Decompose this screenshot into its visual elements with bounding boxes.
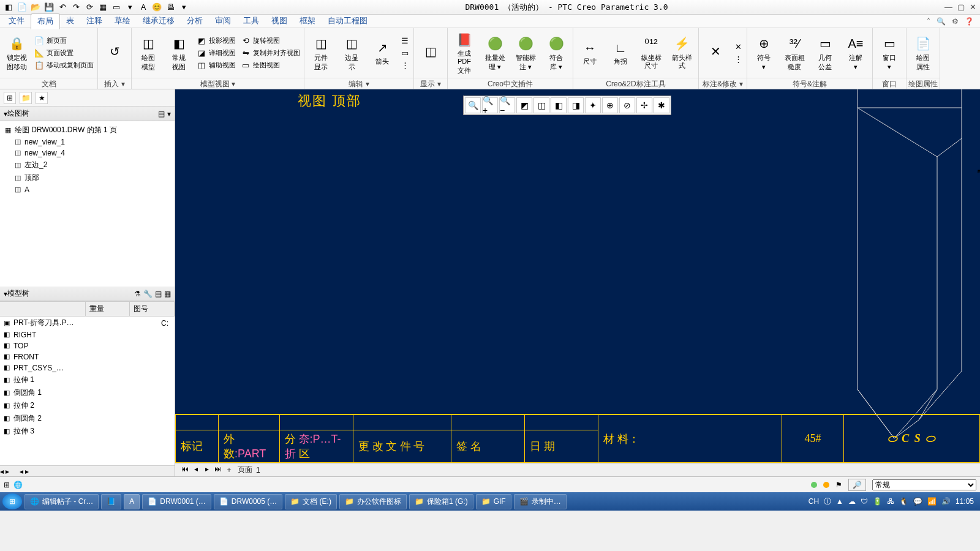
ribbon-几何[interactable]: ▭几何公差 — [811, 34, 839, 72]
tray-icon[interactable]: 🛡 — [861, 497, 868, 506]
new-icon[interactable]: 📄 — [17, 2, 27, 12]
tab-表[interactable]: 表 — [60, 13, 80, 29]
taskbar-item[interactable]: 📄DRW0005 (… — [214, 494, 282, 509]
view-tool[interactable]: ◨ — [568, 97, 584, 113]
ribbon-元件[interactable]: ◫元件显示 — [307, 34, 335, 72]
help-icon[interactable]: ❓ — [965, 17, 974, 26]
col-number[interactable]: 图号 — [130, 302, 175, 316]
tray-icon[interactable]: 🖧 — [887, 497, 894, 506]
ribbon-[interactable]: ⋮ — [732, 54, 744, 65]
col-weight[interactable]: 重量 — [86, 302, 130, 316]
view-tool[interactable]: ✱ — [654, 97, 669, 113]
tab-工具[interactable]: 工具 — [237, 13, 265, 29]
taskbar-item[interactable]: 📁办公软件图标 — [339, 494, 407, 509]
ribbon-新页面[interactable]: 📄新页面 — [33, 36, 95, 47]
ribbon-纵坐标尺寸[interactable]: ⁰¹²纵坐标尺寸 — [637, 34, 665, 72]
print-icon[interactable]: 🖶 — [165, 2, 175, 12]
taskbar-item[interactable]: A — [124, 494, 140, 509]
ribbon-[interactable]: ▭ — [399, 48, 411, 59]
last-page-icon[interactable]: ⏭ — [213, 465, 223, 475]
taskbar-item[interactable]: 🌐编辑帖子 - Cr… — [24, 494, 99, 509]
volume-icon[interactable]: 🔊 — [941, 497, 951, 506]
tab-视图[interactable]: 视图 — [265, 13, 293, 29]
first-page-icon[interactable]: ⏮ — [180, 465, 190, 475]
ribbon-✕[interactable]: ✕ — [701, 42, 729, 64]
ribbon-符号[interactable]: ⊕符号▾ — [750, 34, 778, 72]
ribbon-[interactable]: ☰ — [399, 36, 411, 47]
ribbon-[interactable]: ✕ — [732, 42, 744, 53]
tab-草绘[interactable]: 草绘 — [108, 13, 137, 29]
ribbon-锁定视[interactable]: 🔒锁定视图移动 — [2, 34, 31, 72]
model-tree[interactable]: ▣PRT-折弯刀具.P…C:◧RIGHT◧TOP◧FRONT◧PRT_CSYS_… — [0, 317, 175, 465]
tray-icon[interactable]: ▲ — [836, 497, 843, 506]
view-tool[interactable]: 🔍− — [499, 97, 515, 113]
ribbon-复制并对齐视图[interactable]: ⇋复制并对齐视图 — [239, 48, 301, 59]
tree-item[interactable]: ◫左边_2 — [1, 159, 173, 171]
taskbar-item[interactable]: 📄DRW0001 (… — [142, 494, 211, 509]
settings-icon[interactable]: ⚙ — [952, 17, 959, 26]
h-scrollbar[interactable]: ◂ ▸ ◂ ▸ — [0, 465, 175, 476]
ribbon-[interactable]: ⋮ — [399, 60, 411, 71]
model-item[interactable]: ◧拉伸 2 — [0, 399, 175, 412]
ribbon-边显[interactable]: ◫边显示 — [337, 34, 366, 72]
view-tool[interactable]: ✢ — [636, 97, 652, 113]
add-page-icon[interactable]: ＋ — [224, 465, 234, 475]
view-tool[interactable]: ⊘ — [619, 97, 635, 113]
drawing-viewport[interactable]: 视图 顶部 🔍🔍+🔍−◩◫◧◨✦⊕⊘✢✱ ³²⁄表面粗糙度 创建表面粗糙度符号。 — [175, 89, 980, 463]
ribbon-角拐[interactable]: ∟角拐 — [606, 38, 635, 68]
tab-框架[interactable]: 框架 — [293, 13, 322, 29]
close-icon[interactable]: ✕ — [970, 2, 976, 12]
ime-indicator[interactable]: CH — [809, 497, 819, 506]
ribbon-详细视图[interactable]: ◪详细视图 — [195, 48, 237, 59]
tab-审阅[interactable]: 审阅 — [209, 13, 237, 29]
filter-icon[interactable]: ⚗ — [134, 290, 141, 298]
open-icon[interactable]: 📂 — [31, 2, 40, 12]
settings-tree-icon[interactable]: 🔧 — [143, 290, 153, 298]
model-item[interactable]: ◧PRT_CSYS_… — [0, 362, 175, 373]
tree-item[interactable]: ◫new_view_4 — [1, 148, 173, 159]
model-item[interactable]: ◧倒圆角 2 — [0, 412, 175, 425]
more-icon[interactable]: ▾ — [125, 2, 135, 12]
draw-tree[interactable]: ▦绘图 DRW0001.DRW 的第 1 页◫new_view_1◫new_vi… — [0, 121, 175, 287]
ribbon-表面粗[interactable]: ³²⁄表面粗糙度 — [780, 34, 809, 72]
smiley-icon[interactable]: 😊 — [152, 2, 162, 12]
tree-btn-3[interactable]: ★ — [36, 92, 48, 104]
ribbon-移动或复制页面[interactable]: 📋移动或复制页面 — [33, 60, 95, 71]
tray-icon[interactable]: 🐧 — [899, 497, 908, 506]
text-icon[interactable]: A — [138, 2, 148, 12]
prev-page-icon[interactable]: ◂ — [191, 465, 201, 475]
tray-icon[interactable]: 📶 — [927, 497, 937, 506]
view-tool[interactable]: ✦ — [585, 97, 601, 113]
taskbar-item[interactable]: 📁GIF — [476, 494, 511, 509]
tree-root[interactable]: ▦绘图 DRW0001.DRW 的第 1 页 — [1, 124, 173, 137]
ribbon-绘图[interactable]: 📄绘图属性 — [909, 34, 937, 72]
ribbon-批量处[interactable]: 🟢批量处理 ▾ — [481, 34, 509, 72]
status-icon-1[interactable]: ⊞ — [4, 481, 10, 489]
ribbon-尺寸[interactable]: ↔尺寸 — [576, 38, 604, 68]
tray-icon[interactable]: 💬 — [913, 497, 922, 506]
redo-icon[interactable]: ↷ — [71, 2, 81, 12]
model-item[interactable]: ◧倒圆角 1 — [0, 386, 175, 399]
save-icon[interactable]: 💾 — [44, 2, 54, 12]
taskbar-item[interactable]: 📁文档 (E:) — [285, 494, 337, 509]
ribbon-投影视图[interactable]: ◩投影视图 — [195, 36, 237, 47]
model-tree-header[interactable]: ▾ 模型树 ⚗ 🔧 ▤ ▦ — [0, 287, 175, 301]
tab-注释[interactable]: 注释 — [80, 13, 108, 29]
maximize-icon[interactable]: ▢ — [957, 2, 965, 12]
tray-icon[interactable]: 🔋 — [873, 497, 882, 506]
collapse-ribbon-icon[interactable]: ˄ — [927, 17, 930, 26]
tab-布局[interactable]: 布局 — [31, 13, 60, 29]
ribbon-箭头样式[interactable]: ⚡箭头样式 — [668, 34, 696, 72]
selection-filter[interactable]: 常规 — [872, 479, 976, 490]
chevron-down-icon[interactable]: ▾ — [167, 110, 171, 118]
model-item[interactable]: ◧RIGHT — [0, 329, 175, 340]
tray-icon[interactable]: ⓘ — [824, 497, 831, 507]
view-tool[interactable]: ◩ — [516, 97, 532, 113]
start-button[interactable]: ⊞ — [2, 493, 22, 509]
tab-文件[interactable]: 文件 — [2, 13, 31, 29]
view-tool[interactable]: ◫ — [533, 97, 549, 113]
dropdown-icon[interactable]: ▾ — [179, 2, 189, 12]
ribbon-窗口[interactable]: ▭窗口▾ — [875, 34, 903, 72]
show-icon[interactable]: ▤ — [155, 290, 162, 298]
draw-tree-header[interactable]: ▾ 绘图树 ▤▾ — [0, 107, 175, 121]
